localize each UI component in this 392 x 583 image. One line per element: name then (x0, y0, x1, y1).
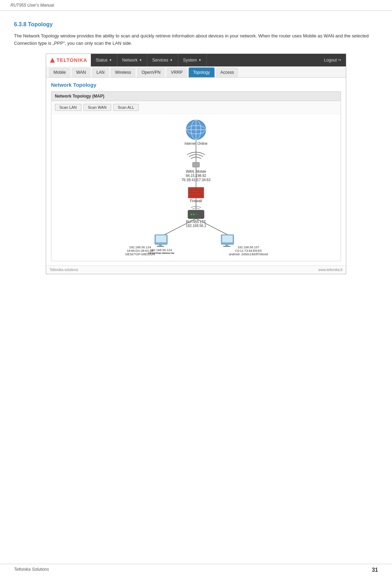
scan-buttons: Scan LAN Scan WAN Scan ALL (51, 101, 341, 114)
svg-point-29 (196, 214, 197, 215)
ui-footer: Teltonika solutions www.teltonika.lt (46, 265, 346, 274)
section-title: 6.3.8 Topology (14, 21, 378, 28)
logo-area: TELTONIKA (46, 54, 91, 66)
nav-system-arrow: ▼ (198, 58, 202, 62)
logout-icon: ↪ (338, 58, 341, 62)
nav-system[interactable]: System ▼ (178, 54, 207, 66)
tab-topology[interactable]: Topology (189, 67, 215, 77)
nav-network-arrow: ▼ (139, 58, 142, 62)
footer-left: Teltonika solutions (50, 268, 78, 272)
logo-text: TELTONIKA (57, 57, 87, 63)
content-area: 6.3.8 Topology The Network Topology wind… (0, 11, 392, 295)
page-number: 31 (372, 567, 378, 573)
sub-nav: Mobile WAN LAN Wireless OpenVPN VRRP Top… (46, 66, 346, 78)
tab-lan[interactable]: LAN (92, 67, 109, 77)
top-nav: TELTONIKA Status ▼ Network ▼ Services ▼ … (46, 54, 346, 66)
tab-openvpn[interactable]: OpenVPN (137, 67, 165, 77)
intro-text: The Network Topology window provides the… (14, 33, 378, 47)
svg-rect-16 (188, 190, 204, 193)
svg-marker-0 (50, 58, 55, 63)
scan-wan-button[interactable]: Scan WAN (84, 104, 111, 111)
svg-rect-35 (156, 235, 166, 242)
svg-rect-17 (188, 193, 204, 195)
tab-mobile[interactable]: Mobile (49, 67, 70, 77)
device1-label: 192.168.56.124 18:66:DA:28:6A:34 DESKTOP… (119, 246, 161, 256)
nav-services[interactable]: Services ▼ (147, 54, 178, 66)
tab-wan[interactable]: WAN (72, 67, 90, 77)
map-header: Network Topology (MAP) (51, 92, 341, 101)
page-header: RUT955 User's Manual (0, 0, 392, 11)
svg-rect-42 (222, 235, 233, 242)
ui-body: Network Topology Network Topology (MAP) … (46, 78, 346, 265)
footer-right: www.teltonika.lt (318, 268, 342, 272)
manual-title: RUT955 User's Manual (10, 3, 54, 8)
logout-button[interactable]: Logout ↪ (319, 54, 346, 66)
nav-items: Status ▼ Network ▼ Services ▼ System ▼ L… (91, 54, 346, 66)
page-footer: Teltonika Solutions 31 (0, 564, 392, 576)
scan-all-button[interactable]: Scan ALL (113, 104, 139, 111)
svg-rect-18 (188, 196, 204, 198)
logo-triangle-icon (50, 57, 55, 63)
svg-point-27 (191, 214, 192, 215)
router-ui: TELTONIKA Status ▼ Network ▼ Services ▼ … (46, 54, 346, 274)
nav-status[interactable]: Status ▼ (91, 54, 117, 66)
nav-network[interactable]: Network ▼ (117, 54, 147, 66)
topology-diagram: Internet Online WAN: Mobile 84.15.198.92 (51, 114, 341, 261)
tab-access[interactable]: Access (216, 67, 239, 77)
svg-point-28 (193, 214, 195, 215)
map-container: Network Topology (MAP) Scan LAN Scan WAN… (51, 91, 341, 261)
nav-status-arrow: ▼ (109, 58, 112, 62)
device2-label: 192.168.56.157 C0:11:73:94:E8:E5 android… (224, 246, 273, 256)
device-labels: 192.168.56.124 18:66:DA:28:6A:34 DESKTOP… (119, 246, 273, 256)
ui-section-title: Network Topology (51, 82, 341, 88)
topology-svg: Internet Online WAN: Mobile 84.15.198.92 (109, 118, 283, 254)
tab-vrrp[interactable]: VRRP (166, 67, 187, 77)
svg-text:192.168.56.1: 192.168.56.1 (186, 224, 206, 228)
nav-services-arrow: ▼ (170, 58, 173, 62)
tab-wireless[interactable]: Wireless (110, 67, 136, 77)
scan-lan-button[interactable]: Scan LAN (55, 104, 81, 111)
footer-company: Teltonika Solutions (14, 567, 49, 573)
svg-rect-8 (193, 162, 199, 167)
